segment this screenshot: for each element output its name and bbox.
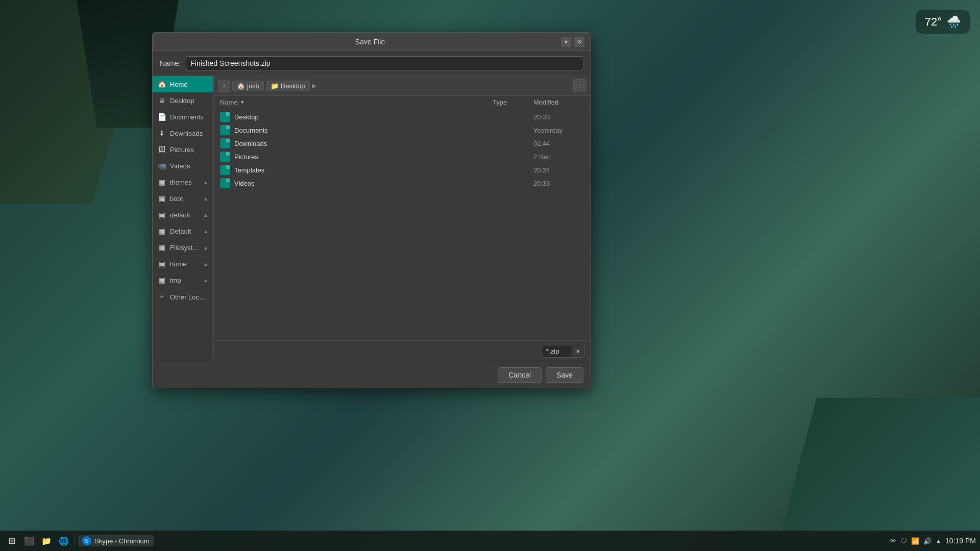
sidebar-item-filesystem-label: Filesyste...	[170, 244, 199, 252]
action-bar: Cancel Save	[153, 362, 591, 388]
taskbar-icon-files[interactable]: 📁	[39, 533, 54, 548]
weather-widget: 72° 🌧️	[916, 10, 970, 34]
themes-eject-icon[interactable]: ▲	[203, 180, 208, 185]
downloads-icon: ⬇	[158, 129, 166, 137]
column-modified-label: Modified	[533, 98, 558, 106]
taskbar: ⊞ ⬛ 📁 🌐 S Skype - Chromium 👁 🛡 📶 🔊 ▲ 10:…	[0, 531, 980, 551]
filter-dropdown-arrow[interactable]: ▼	[572, 346, 584, 357]
sidebar-item-default-lower[interactable]: ▣ default ▲	[153, 207, 213, 223]
back-button[interactable]: ‹	[218, 80, 230, 92]
taskbar-icon-1[interactable]: ⬛	[21, 533, 37, 548]
boot-eject-icon[interactable]: ▲	[203, 196, 208, 202]
file-modified-videos: 20:33	[533, 180, 584, 187]
file-modified-desktop: 20:33	[533, 113, 584, 121]
file-modified-documents: Yesterday	[533, 127, 584, 134]
sidebar-item-boot-label: boot	[170, 195, 199, 203]
filename-row: Name:	[153, 51, 591, 76]
default-upper-drive-icon: ▣	[158, 227, 166, 235]
sidebar-item-tmp[interactable]: ▣ tmp ▲	[153, 272, 213, 288]
file-list-header: Name ▼ Type Modified	[214, 96, 591, 109]
taskbar-separator-1	[75, 536, 75, 546]
bg-decoration-3	[776, 398, 980, 551]
file-name-videos: Videos	[234, 180, 493, 187]
folder-icon-templates	[220, 165, 230, 175]
folder-icon-documents	[220, 125, 230, 135]
save-button[interactable]: Save	[546, 367, 583, 383]
sidebar-item-desktop[interactable]: 🖥 Desktop	[153, 92, 213, 109]
file-row-desktop[interactable]: Desktop 20:33	[214, 110, 591, 123]
sidebar-item-downloads[interactable]: ⬇ Downloads	[153, 125, 213, 141]
taskbar-privacy-icon: 👁	[890, 537, 896, 545]
sidebar-item-boot[interactable]: ▣ boot ▲	[153, 190, 213, 207]
sidebar-item-documents[interactable]: 📄 Documents	[153, 109, 213, 125]
column-name-label: Name	[220, 98, 238, 106]
breadcrumb-bar: ‹ 🏠 josh 📁 Desktop ▶ ≡	[214, 76, 591, 96]
sidebar-item-home[interactable]: 🏠 Home	[153, 76, 213, 92]
sidebar-item-desktop-label: Desktop	[170, 97, 208, 105]
file-row-downloads[interactable]: Downloads 01:44	[214, 137, 591, 150]
dialog-controls: ▾ ✕	[561, 37, 584, 47]
breadcrumb-desktop[interactable]: 📁 Desktop	[266, 81, 310, 91]
filesystem-eject-icon[interactable]: ▲	[203, 245, 208, 251]
sidebar-item-default-upper[interactable]: ▣ Default ▲	[153, 223, 213, 239]
taskbar-right: 👁 🛡 📶 🔊 ▲ 10:19 PM	[890, 537, 976, 545]
taskbar-up-arrow-icon[interactable]: ▲	[936, 538, 941, 544]
file-row-templates[interactable]: Templates 20:24	[214, 163, 591, 177]
column-header-type[interactable]: Type	[493, 98, 533, 106]
column-header-name[interactable]: Name ▼	[220, 98, 493, 106]
documents-icon: 📄	[158, 113, 166, 121]
filter-bar: *.zip All Files ▼	[214, 340, 591, 362]
sidebar-item-downloads-label: Downloads	[170, 130, 208, 137]
breadcrumb-josh[interactable]: 🏠 josh	[232, 81, 264, 91]
file-list: Desktop 20:33 Documents Yesterday Downlo…	[214, 109, 591, 340]
name-label: Name:	[160, 59, 181, 67]
save-file-dialog: Save File ▾ ✕ Name: 🏠 Home 🖥 Desktop 📄 D…	[152, 32, 591, 388]
filter-select[interactable]: *.zip All Files	[542, 345, 572, 357]
weather-temperature: 72°	[925, 15, 942, 29]
filesystem-drive-icon: ▣	[158, 243, 166, 252]
skype-app-icon: S	[82, 536, 91, 545]
sidebar-item-pictures-label: Pictures	[170, 146, 208, 154]
tmp-eject-icon[interactable]: ▲	[203, 278, 208, 283]
column-type-label: Type	[493, 98, 507, 106]
file-row-pictures[interactable]: Pictures 2 Sep	[214, 150, 591, 163]
dialog-close-button[interactable]: ✕	[574, 37, 584, 47]
file-row-documents[interactable]: Documents Yesterday	[214, 123, 591, 137]
sidebar-item-themes[interactable]: ▣ themes ▲	[153, 174, 213, 190]
other-locations-icon: +	[158, 292, 166, 302]
themes-drive-icon: ▣	[158, 178, 166, 186]
file-name-templates: Templates	[234, 166, 493, 174]
pictures-icon: 🖼	[158, 145, 166, 154]
taskbar-icon-browser[interactable]: 🌐	[56, 533, 71, 548]
filter-select-wrapper: *.zip All Files ▼	[542, 345, 584, 358]
grid-view-button[interactable]: ≡	[573, 79, 586, 92]
taskbar-wifi-icon: 📶	[911, 537, 919, 545]
column-header-modified[interactable]: Modified	[533, 98, 584, 106]
sidebar-item-other-locations[interactable]: + Other Locations	[153, 288, 213, 306]
taskbar-app-skype[interactable]: S Skype - Chromium	[78, 535, 154, 546]
default-lower-eject-icon[interactable]: ▲	[203, 212, 208, 218]
taskbar-time: 10:19 PM	[945, 537, 976, 545]
sidebar-item-themes-label: themes	[170, 179, 199, 186]
filename-input[interactable]	[186, 56, 583, 70]
file-row-videos[interactable]: Videos 20:33	[214, 177, 591, 190]
file-browser-content: ‹ 🏠 josh 📁 Desktop ▶ ≡ Name ▼	[214, 76, 591, 362]
dialog-titlebar: Save File ▾ ✕	[153, 33, 591, 51]
folder-icon-desktop	[220, 112, 230, 122]
sidebar-item-filesystem[interactable]: ▣ Filesyste... ▲	[153, 239, 213, 256]
dialog-minimize-button[interactable]: ▾	[561, 37, 571, 47]
sidebar-item-pictures[interactable]: 🖼 Pictures	[153, 141, 213, 158]
sidebar-item-videos-label: Videos	[170, 162, 208, 170]
file-name-downloads: Downloads	[234, 140, 493, 147]
taskbar-volume-icon: 🔊	[923, 537, 932, 545]
sidebar-item-home-label: Home	[170, 81, 208, 88]
desktop-icon: 🖥	[158, 96, 166, 105]
sidebar-item-home-drive[interactable]: ▣ home ▲	[153, 256, 213, 272]
sidebar-item-videos[interactable]: 📹 Videos	[153, 158, 213, 174]
home-eject-icon[interactable]: ▲	[203, 261, 208, 267]
cancel-button[interactable]: Cancel	[498, 367, 542, 383]
folder-icon-videos	[220, 178, 230, 188]
default-upper-eject-icon[interactable]: ▲	[203, 229, 208, 234]
dialog-body: 🏠 Home 🖥 Desktop 📄 Documents ⬇ Downloads…	[153, 76, 591, 362]
taskbar-launcher-icon[interactable]: ⊞	[4, 533, 19, 548]
